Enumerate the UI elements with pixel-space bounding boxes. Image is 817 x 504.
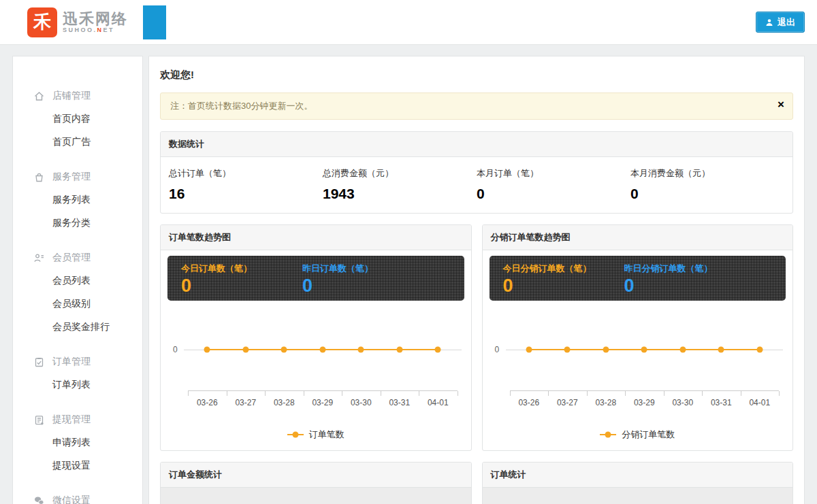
stat-label: 总消费金额（元） [323,167,477,180]
data-point [242,347,249,353]
stat-item: 总计订单（笔） 16 [169,167,323,202]
today-distribution-orders: 今日分销订单数（笔） 0 [503,263,624,294]
data-point [319,347,325,353]
data-point [756,347,763,353]
nav-item[interactable] [189,5,212,39]
stat-item: 本月消费金额（元） 0 [630,167,784,202]
distribution-trend-panel: 分销订单笔数趋势图 今日分销订单数（笔） 0 昨日分销订单数（笔） 0 0 [482,224,794,451]
sidebar-entry[interactable]: 微信设置 [13,489,142,504]
yesterday-orders: 昨日订单数（笔） 0 [302,263,423,294]
orders-counter-strip: 今日订单数（笔） 0 昨日订单数（笔） 0 [167,256,464,301]
sidebar-entry[interactable]: 提现管理 [13,408,142,431]
sidebar-entry-label: 会员级别 [52,298,91,310]
wechat-icon [33,495,45,504]
x-tick-label: 03-26 [510,398,549,407]
stat-label: 本月消费金额（元） [630,167,784,180]
sidebar-entry[interactable]: 服务管理 [13,165,142,188]
order-stats-title: 订单统计 [483,463,793,488]
nav-item[interactable] [374,5,398,39]
nav-item[interactable] [212,5,236,39]
logo-glyph: 禾 [33,10,51,34]
data-point [281,347,287,353]
stats-panel: 数据统计 总计订单（笔） 16 总消费金额（元） 1943 本月订单（笔） 0 … [160,131,793,214]
sidebar-entry[interactable]: 提现设置 [13,454,142,477]
sidebar-entry[interactable]: 会员管理 [13,246,142,269]
page-title: 欢迎您! [160,69,793,82]
x-tick-label: 03-27 [548,398,587,407]
nav-item[interactable] [143,5,166,39]
sidebar-entry-label: 首页内容 [52,113,91,125]
sidebar-entry[interactable]: 服务列表 [13,188,142,212]
sidebar-entry-label: 提现管理 [52,414,91,426]
legend-marker-icon [600,431,616,438]
sidebar-entry[interactable]: 服务分类 [13,212,142,235]
stats-panel-title: 数据统计 [161,132,792,157]
sidebar-entry-label: 服务列表 [52,194,91,206]
sidebar-entry-label: 订单列表 [52,379,91,391]
logout-button[interactable]: 退出 [756,12,805,33]
order-amount-panel: 订单金额统计 [160,462,472,504]
brand-domain: SUHOO.NET [63,27,128,33]
data-point [679,347,686,353]
nav-item[interactable] [305,5,328,39]
withdraw-icon [33,414,45,426]
sidebar-entry[interactable]: 会员级别 [13,292,142,316]
services-icon [33,171,45,183]
order-stats-panel: 订单统计 [482,462,794,504]
sidebar-entry[interactable]: 店铺管理 [13,84,142,107]
distribution-trend-chart: 0 03-2603-2703-2803-2903-3003-3104-01 [490,316,786,419]
x-tick-label: 03-31 [381,398,419,407]
today-orders: 今日订单数（笔） 0 [181,263,302,294]
top-navbar: 禾 迅禾网络 SUHOO.NET 退出 [0,0,817,45]
nav-item[interactable] [166,5,189,39]
notice-bar: 注：首页统计数据30分钟更新一次。 × [160,93,793,120]
notice-text: 注：首页统计数据30分钟更新一次。 [170,101,313,111]
x-axis [510,390,780,396]
order-stats-chart-area [483,488,793,504]
stat-label: 总计订单（笔） [169,167,323,180]
data-point [526,347,532,353]
sidebar-entry[interactable]: 订单列表 [13,373,142,397]
sidebar-entry[interactable]: 申请列表 [13,431,142,454]
sidebar-entry[interactable]: 首页广告 [13,131,142,154]
stat-item: 总消费金额（元） 1943 [323,167,477,202]
trend-charts-row: 订单笔数趋势图 今日订单数（笔） 0 昨日订单数（笔） 0 0 [160,224,793,451]
main-content: 欢迎您! 注：首页统计数据30分钟更新一次。 × 数据统计 总计订单（笔） 16… [148,56,805,504]
members-icon [33,252,45,264]
nav-item[interactable] [236,5,259,39]
home-icon [33,90,45,102]
sidebar-entry[interactable]: 会员列表 [13,269,142,292]
legend-label: 订单笔数 [309,429,345,441]
close-icon[interactable]: × [778,98,784,112]
main-nav [143,0,398,44]
order-amount-chart-area [161,488,471,504]
data-point [358,347,364,353]
sidebar-entry-label: 会员列表 [52,275,91,287]
data-point [603,347,609,353]
brand-wordmark: 迅禾网络 SUHOO.NET [63,11,128,33]
brand-name: 迅禾网络 [63,11,128,27]
brand-logo[interactable]: 禾 迅禾网络 SUHOO.NET [0,0,143,44]
sidebar-entry[interactable]: 订单管理 [13,350,142,373]
stat-label: 本月订单（笔） [477,167,630,180]
data-point [564,347,571,353]
sidebar-entry[interactable]: 会员奖金排行 [13,316,142,339]
sidebar-entry[interactable]: 首页内容 [13,107,142,131]
legend-label: 分销订单笔数 [622,429,675,441]
orders-trend-panel: 订单笔数趋势图 今日订单数（笔） 0 昨日订单数（笔） 0 0 [160,224,472,451]
sidebar-entry-label: 订单管理 [52,356,91,368]
nav-item[interactable] [259,5,282,39]
stats-body: 总计订单（笔） 16 总消费金额（元） 1943 本月订单（笔） 0 本月消费金… [161,157,792,213]
x-tick-label: 03-28 [265,398,304,407]
x-tick-label: 03-27 [227,398,266,407]
chart-legend: 分销订单笔数 [490,429,786,441]
stat-value: 1943 [323,186,477,202]
y-axis-tick: 0 [495,345,500,354]
sidebar: 店铺管理 首页内容 首页广告 服务管理 服务列表 服务分类 会员管理 会员列表 … [12,56,143,504]
orders-icon [33,356,45,368]
x-tick-label: 03-31 [702,398,741,407]
nav-item[interactable] [328,5,351,39]
nav-item[interactable] [282,5,305,39]
nav-item[interactable] [351,5,374,39]
x-tick-label: 03-30 [342,398,381,407]
